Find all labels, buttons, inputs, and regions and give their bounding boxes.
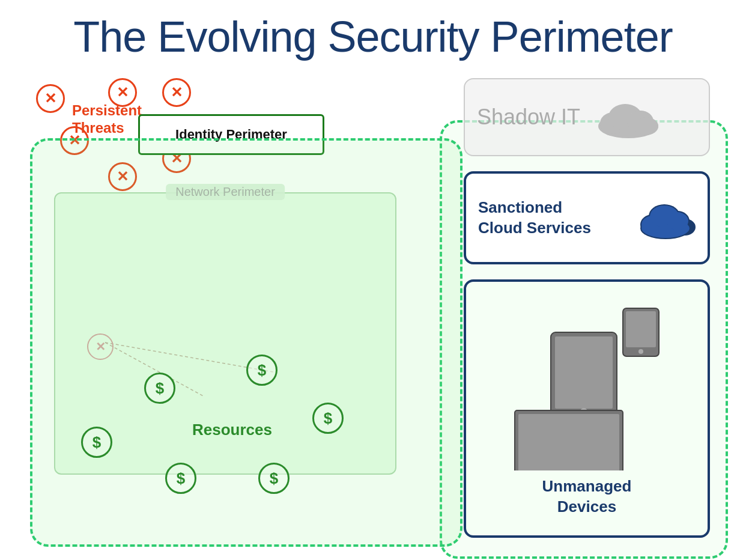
outer-perimeter (30, 138, 462, 547)
threats-label: Persistent Threats (72, 102, 142, 137)
threats-label-line2: Threats (72, 120, 142, 137)
sanctioned-label-line2: Cloud Services (478, 218, 635, 239)
diagram-area: Network Perimeter ✕ ✕ ✕ ✕ ✕ ✕ Persistent… (18, 78, 728, 548)
svg-rect-23 (518, 414, 619, 470)
threat-icon-1: ✕ (36, 84, 65, 113)
unmanaged-label: Unmanaged Devices (542, 476, 632, 517)
page-title: The Evolving Security Perimeter (0, 0, 746, 61)
unmanaged-label-line1: Unmanaged (542, 476, 632, 497)
unmanaged-box: Unmanaged Devices (464, 279, 710, 538)
sanctioned-label-line1: Sanctioned (478, 198, 635, 218)
devices-illustration (479, 302, 695, 470)
threat-icon-3: ✕ (162, 78, 191, 107)
svg-rect-20 (555, 336, 613, 409)
svg-rect-17 (626, 311, 656, 347)
unmanaged-label-line2: Devices (542, 497, 632, 517)
shadow-it-label: Shadow IT (477, 105, 580, 130)
sanctioned-box: Sanctioned Cloud Services (464, 171, 710, 264)
cloud-shadow-icon (592, 96, 664, 138)
svg-point-18 (638, 349, 643, 354)
sanctioned-label: Sanctioned Cloud Services (478, 198, 635, 239)
threats-label-line1: Persistent (72, 102, 142, 120)
svg-point-6 (634, 117, 658, 135)
shadow-it-box: Shadow IT (464, 78, 710, 156)
cloud-blue-icon (635, 197, 696, 239)
svg-point-15 (667, 212, 688, 230)
